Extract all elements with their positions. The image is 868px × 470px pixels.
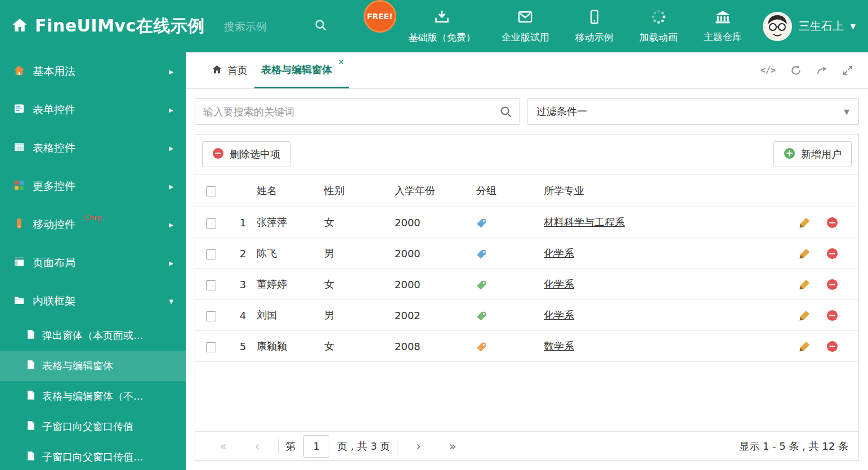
major-link[interactable]: 数学系 — [544, 340, 574, 352]
home-logo-icon — [11, 17, 28, 36]
sidebar-subitem-popup-window[interactable]: 弹出窗体（本页面或... — [0, 320, 186, 351]
tag-icon — [476, 249, 486, 259]
row-checkbox[interactable] — [206, 342, 216, 352]
tag-icon — [476, 218, 486, 229]
delete-row-icon[interactable] — [826, 217, 838, 229]
sidebar-subitem-grid-edit-window[interactable]: 表格与编辑窗体 — [0, 351, 186, 381]
code-icon[interactable]: </> — [760, 65, 776, 75]
sidebar-item-form-controls[interactable]: 表单控件 ▶ — [0, 91, 186, 129]
col-header-name: 姓名 — [257, 174, 324, 207]
filter-select[interactable]: 过滤条件一 ▼ — [527, 98, 859, 125]
row-checkbox[interactable] — [206, 218, 216, 229]
sidebar-item-more-controls[interactable]: 更多控件 ▶ — [0, 167, 186, 205]
close-icon[interactable]: ✕ — [338, 57, 344, 66]
select-all-checkbox[interactable] — [206, 186, 216, 196]
add-user-button[interactable]: 新增用户 — [773, 141, 852, 167]
table-icon — [14, 141, 25, 155]
delete-row-icon[interactable] — [826, 341, 838, 352]
sidebar-item-page-layout[interactable]: 页面布局 ▶ — [0, 244, 186, 282]
edit-pencil-icon[interactable] — [799, 248, 811, 259]
header-search-input[interactable] — [224, 20, 314, 33]
cell-name: 康颖颖 — [257, 331, 324, 362]
row-checkbox[interactable] — [206, 311, 216, 321]
nav-item-loading-animation[interactable]: 加载动画 — [639, 9, 678, 44]
tab-grid-edit-window[interactable]: 表格与编辑窗体 ✕ — [254, 52, 349, 88]
keyword-search-input[interactable] — [195, 99, 520, 124]
record-summary: 显示 1 - 5 条 , 共 12 条 — [739, 440, 848, 453]
cell-year: 2008 — [395, 331, 476, 362]
cell-year: 2000 — [395, 238, 476, 269]
blocks-icon — [14, 180, 25, 193]
grid-panel: 删除选中项 新增用户 — [195, 134, 859, 461]
sidebar-item-grid-controls[interactable]: 表格控件 ▶ — [0, 129, 186, 167]
delete-row-icon[interactable] — [826, 279, 838, 290]
search-icon[interactable] — [499, 105, 513, 121]
row-checkbox[interactable] — [206, 249, 216, 259]
sidebar: 基本用法 ▶ 表单控件 ▶ 表格控件 ▶ 更多控件 ▶ 移动控件 Cor — [0, 52, 186, 470]
major-link[interactable]: 化学系 — [544, 247, 574, 259]
brand[interactable]: FineUIMvc在线示例 — [11, 15, 205, 38]
form-icon — [14, 103, 25, 117]
filter-select-value: 过滤条件一 — [536, 105, 587, 118]
edit-pencil-icon[interactable] — [799, 310, 811, 321]
file-icon — [26, 390, 35, 402]
cell-gender: 女 — [324, 331, 395, 362]
sidebar-item-basic-usage[interactable]: 基本用法 ▶ — [0, 52, 186, 91]
tag-icon — [476, 342, 486, 352]
major-link[interactable]: 化学系 — [544, 309, 574, 321]
file-icon — [26, 420, 35, 433]
first-page-button[interactable]: « — [205, 440, 241, 453]
cell-gender: 男 — [324, 238, 395, 269]
prev-page-button[interactable]: ‹ — [241, 440, 274, 453]
refresh-icon[interactable] — [790, 65, 802, 76]
cell-gender: 女 — [324, 269, 395, 300]
major-link[interactable]: 化学系 — [544, 278, 574, 290]
chevron-right-icon: ▶ — [169, 183, 173, 190]
cell-gender: 男 — [324, 300, 395, 331]
nav-item-enterprise-trial[interactable]: 企业版试用 — [502, 9, 549, 44]
cell-year: 2000 — [395, 269, 476, 300]
sidebar-subitem-child-to-parent[interactable]: 子窗口向父窗口传值 — [0, 411, 186, 442]
edit-pencil-icon[interactable] — [799, 217, 811, 229]
avatar — [763, 12, 792, 41]
file-icon — [26, 360, 35, 372]
next-page-button[interactable]: › — [402, 440, 435, 453]
nav-item-basic-free[interactable]: 基础版（免费） — [409, 9, 476, 44]
keyword-search — [195, 98, 520, 125]
minus-circle-icon — [212, 147, 224, 162]
sidebar-item-mobile-controls[interactable]: 移动控件 Corp. ▶ — [0, 205, 186, 244]
edit-pencil-icon[interactable] — [799, 279, 811, 290]
caret-down-icon: ▼ — [851, 23, 856, 30]
nav-item-mobile-demo[interactable]: 移动示例 — [575, 9, 614, 44]
search-icon[interactable] — [314, 19, 328, 34]
chevron-right-icon: ▶ — [169, 107, 173, 113]
table-header-row: 姓名 性别 入学年份 分组 所学专业 — [195, 174, 858, 207]
cell-name: 张萍萍 — [257, 207, 324, 238]
cell-name: 董婷婷 — [257, 269, 324, 300]
sidebar-item-iframe[interactable]: 内联框架 ▼ — [0, 282, 186, 320]
forward-icon[interactable] — [816, 65, 827, 76]
top-nav: 基础版（免费） 企业版试用 移动示例 — [409, 9, 742, 44]
page-input[interactable] — [303, 435, 329, 458]
delete-row-icon[interactable] — [826, 310, 838, 321]
nav-item-theme-store[interactable]: 主题仓库 — [704, 10, 742, 43]
sidebar-subitem-child-to-parent-alt[interactable]: 子窗口向父窗口传值... — [0, 442, 186, 470]
delete-row-icon[interactable] — [826, 248, 838, 259]
user-menu[interactable]: 三生石上 ▼ — [763, 12, 856, 41]
tag-icon — [476, 311, 486, 321]
delete-selected-button[interactable]: 删除选中项 — [202, 141, 290, 167]
row-index: 5 — [229, 331, 257, 362]
edit-pencil-icon[interactable] — [799, 341, 811, 352]
envelope-icon — [517, 9, 533, 27]
tab-tools: </> — [760, 52, 868, 88]
sidebar-subitem-grid-edit-window-alt[interactable]: 表格与编辑窗体（不... — [0, 381, 186, 411]
row-checkbox[interactable] — [206, 280, 216, 290]
last-page-button[interactable]: » — [435, 440, 471, 453]
col-header-year: 入学年份 — [395, 174, 476, 207]
expand-icon[interactable] — [842, 65, 853, 76]
table-row: 1 张萍萍 女 2000 材料科学与工程系 — [195, 207, 858, 238]
home-icon — [14, 65, 25, 78]
header-search — [224, 19, 337, 34]
tab-home[interactable]: 首页 — [205, 52, 254, 88]
major-link[interactable]: 材料科学与工程系 — [544, 216, 625, 228]
